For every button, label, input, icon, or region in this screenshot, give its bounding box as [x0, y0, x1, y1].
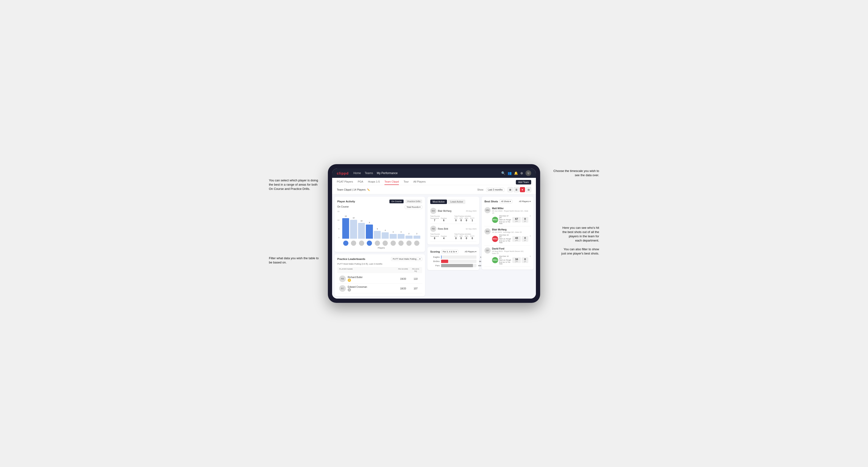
total-rounds-group: Total Rounds Tournament 7 Practice — [430, 215, 453, 222]
shots-title: Best Shots — [485, 200, 498, 203]
subnav-tour[interactable]: Tour — [404, 179, 408, 185]
chart-filter-dropdown[interactable]: Total Rounds ▾ — [405, 205, 422, 209]
shot-chevron-ford[interactable]: › — [530, 254, 531, 258]
active-player-header-1: BM Blair McHarg 26 Aug 2023 — [430, 208, 476, 214]
subnav-all[interactable]: All Players — [413, 179, 426, 185]
x-axis-label: Players — [340, 247, 422, 249]
player-avatar-crossman: EC — [339, 285, 346, 292]
shot-zero-miller: 0 yls — [522, 217, 528, 223]
shots-header: Best Shots All Shots ▾ All Players ▾ — [485, 199, 531, 203]
player-name-col-butler: Richard Butler 1 — [348, 276, 395, 282]
chart-section-header: On Course Total Rounds ▾ — [337, 205, 422, 209]
active-player-2: RB Rees Britt 02 Sep 2023 Total Rounds T… — [430, 224, 476, 242]
shot-details-miller: 09 Jun 2023 · Royal North Devon GC, Hole… — [492, 210, 528, 214]
view-icons: ⊞ ☰ ♥ ⊟ — [507, 187, 531, 192]
scoring-header: Scoring Par 3, 4 & 5s ▾ All Players ▾ — [430, 250, 476, 253]
shot-avatar-mcharg: BM — [485, 228, 491, 235]
practice-activities-group-2: Total Practice Activities GTT 0 APP — [454, 233, 476, 240]
chart-avatar-D._Ford — [359, 241, 364, 246]
bar-group-E._Crossman: 2 — [405, 236, 412, 239]
shot-zero-ford: 0 yls — [522, 257, 528, 263]
team-title: Team Clippd | 14 Players — [337, 188, 366, 191]
shot-item-ford[interactable]: DF David Ford 24 Aug 2023 · Royal North … — [485, 246, 531, 267]
scoring-all-players[interactable]: All Players ▾ — [465, 250, 476, 253]
activity-card-header: Player Activity On Course Practice Drill… — [337, 199, 422, 203]
scoring-filter-dropdown[interactable]: Par 3, 4 & 5s ▾ — [441, 250, 458, 253]
shot-chevron-miller[interactable]: › — [530, 214, 531, 217]
shot-badge-ford: 198SG — [492, 257, 498, 263]
shot-stats-ford: 198SG Shot Dist: 16 yds Start Lie: Rough… — [492, 255, 528, 264]
player-score-butler: 19/20 — [397, 278, 409, 280]
bar-group-M._Miller: 3 — [398, 234, 405, 239]
chart-avatar-B._McHarg — [343, 241, 348, 246]
chart-avatar-R._Britt — [351, 241, 356, 246]
show-select[interactable]: Last 3 months — [486, 188, 504, 192]
chart-avatar-L._Robertson — [414, 241, 420, 246]
rounds-cols: Tournament 7 Practice 6 — [430, 217, 453, 222]
shots-filter-dropdown[interactable]: All Shots ▾ — [499, 199, 512, 203]
player-avg-crossman: 107 — [411, 287, 420, 290]
right-panel: Best Shots All Shots ▾ All Players ▾ M — [482, 197, 533, 296]
leaderboard-row-2[interactable]: EC Edward Crossman 2 18/20 107 — [337, 284, 422, 293]
grid-view-button[interactable]: ⊞ — [507, 187, 513, 192]
bar-J. Coles: 9 — [366, 224, 373, 239]
chart-avatars — [340, 240, 422, 246]
bell-icon[interactable]: 🔔 — [514, 171, 518, 175]
edit-icon[interactable]: ✏️ — [367, 188, 370, 191]
chart-avatar-D._Billingham — [382, 241, 388, 246]
chart-avatar-E._Crossman — [406, 241, 412, 246]
chart-avatar-E._Ebert — [375, 241, 380, 246]
practice-activities-group: Total Practice Activities GTT 0 APP — [454, 215, 476, 222]
rounds-cols-2: Tournament 8 Practice 4 — [430, 236, 453, 240]
chart-avatar-M._Miller — [398, 241, 404, 246]
birdies-bar: 96 — [441, 260, 476, 263]
most-active-tab[interactable]: Most Active — [430, 199, 447, 204]
scoring-chart: Eagles 3 Birdies 96 — [430, 255, 476, 267]
show-label: Show: — [477, 188, 484, 191]
heart-view-button[interactable]: ♥ — [520, 187, 525, 192]
subnav-team[interactable]: Team Clippd — [384, 179, 399, 185]
nav-link-performance[interactable]: My Performance — [377, 171, 398, 175]
team-header: Team Clippd | 14 Players ✏️ Show: Last 3… — [332, 185, 536, 194]
on-course-label: On Course — [337, 206, 349, 208]
pars-bar: 499 — [441, 264, 476, 267]
bar-R. Britt: 12 — [350, 220, 357, 239]
add-team-button[interactable]: Add Team — [516, 180, 531, 184]
shot-chevron-mcharg[interactable]: › — [530, 234, 531, 238]
shot-zero-mcharg: 0 yls — [522, 236, 528, 242]
filter-view-button[interactable]: ⊟ — [526, 187, 531, 192]
nav-link-home[interactable]: Home — [353, 171, 361, 175]
shot-item-miller[interactable]: MM Matt Miller 09 Jun 2023 · Royal North… — [485, 205, 531, 226]
best-shots-card: Best Shots All Shots ▾ All Players ▾ M — [482, 197, 533, 270]
shots-all-players-dropdown[interactable]: All Players ▾ — [519, 200, 531, 203]
nav-link-teams[interactable]: Teams — [365, 171, 373, 175]
chart-avatar-R._Butler — [391, 241, 396, 246]
subnav-pgat[interactable]: PGAT Players — [337, 179, 353, 185]
subnav-pga[interactable]: PGA — [358, 179, 363, 185]
search-icon[interactable]: 🔍 — [501, 171, 505, 175]
practice-toggle[interactable]: Practice Drills — [405, 199, 422, 203]
rank-silver-badge: 2 — [348, 288, 351, 291]
rank-gold-badge: 1 — [348, 279, 351, 282]
bar-chart-container: 15 10 5 0 13 12 10 — [337, 210, 422, 249]
shot-dist-mcharg: 43 yds — [512, 236, 521, 242]
bar-group-B._McHarg: 13 — [342, 218, 349, 239]
on-course-toggle[interactable]: On Course — [390, 199, 404, 203]
shot-item-mcharg[interactable]: BM Blair McHarg 23 Jul 2023 · Ashridge G… — [485, 226, 531, 246]
avatar[interactable]: U — [526, 170, 531, 176]
people-icon[interactable]: 👥 — [507, 171, 512, 175]
least-active-tab[interactable]: Least Active — [448, 199, 465, 204]
subnav-hcaps[interactable]: Hcaps 1-5 — [368, 179, 380, 185]
bar-E. Ebert: 5 — [374, 231, 381, 239]
player-name-col-crossman: Edward Crossman 2 — [348, 286, 395, 291]
scoring-card: Scoring Par 3, 4 & 5s ▾ All Players ▾ — [427, 247, 479, 270]
y-axis: 15 10 5 0 — [337, 210, 339, 239]
leaderboard-row-1[interactable]: RB Richard Butler 1 19/20 110 — [337, 274, 422, 284]
bar-chart-bars: 13 12 10 9 5 4 3 — [340, 210, 422, 239]
list-view-button[interactable]: ☰ — [514, 187, 519, 192]
practice-selector-dropdown[interactable]: PUTT Must Make Putting ... ▾ — [391, 257, 422, 261]
bar-R. Butler: 3 — [390, 234, 397, 239]
practice-subtitle: PUTT Must Make Putting (3-6 ft), Last 3 … — [337, 263, 422, 265]
plus-icon[interactable]: ⊕ — [520, 171, 523, 175]
nav-logo: clippd — [337, 171, 349, 175]
